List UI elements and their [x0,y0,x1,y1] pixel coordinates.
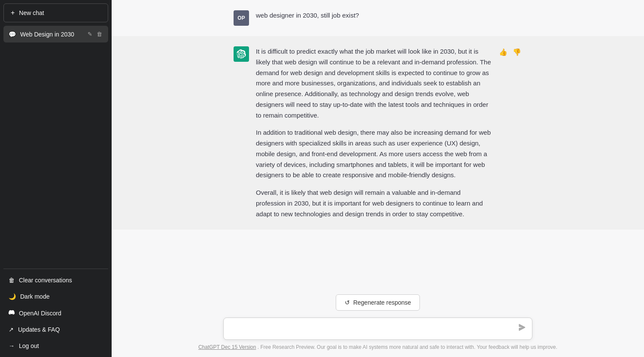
logout-icon: → [9,342,15,349]
user-message-text: web designer in 2030, still job exist? [256,10,522,21]
main-content: OP web designer in 2030, still job exist… [112,0,644,357]
chat-item-label: Web Design in 2030 [20,31,82,38]
plus-icon: + [11,9,15,17]
footer-note: ChatGPT Dec 15 Version . Free Research P… [198,344,557,354]
send-icon [519,324,526,333]
thumbs-up-button[interactable]: 👍 [498,47,508,57]
logout-button[interactable]: → Log out [3,338,108,354]
discord-button[interactable]: OpenAI Discord [3,305,108,321]
edit-icon: ✎ [88,31,92,37]
trash-icon: 🗑 [97,31,102,37]
assistant-message-inner: It is difficult to predict exactly what … [223,46,532,219]
user-message-inner: OP web designer in 2030, still job exist… [223,10,532,26]
clear-conversations-label: Clear conversations [19,277,72,284]
assistant-paragraph-1: It is difficult to predict exactly what … [256,46,491,121]
user-message: OP web designer in 2030, still job exist… [112,0,644,36]
assistant-paragraph-2: In addition to traditional web design, t… [256,127,491,181]
chat-item[interactable]: 💬 Web Design in 2030 ✎ 🗑 [3,26,108,42]
updates-faq-label: Updates & FAQ [18,326,60,333]
clear-conversations-button[interactable]: 🗑 Clear conversations [3,272,108,288]
avatar-label: OP [237,15,245,21]
dark-mode-button[interactable]: 🌙 Dark mode [3,289,108,304]
edit-button[interactable]: ✎ [87,30,93,38]
discord-label: OpenAI Discord [19,310,61,317]
regenerate-icon: ↺ [345,299,350,306]
moon-icon: 🌙 [9,293,16,300]
logout-label: Log out [19,342,39,349]
regenerate-button[interactable]: ↺ Regenerate response [336,294,420,311]
chat-item-icon: 💬 [9,31,16,38]
input-box-wrapper [223,318,532,340]
chat-list: 💬 Web Design in 2030 ✎ 🗑 [3,26,108,265]
version-link[interactable]: ChatGPT Dec 15 Version [198,344,256,350]
dark-mode-label: Dark mode [20,293,49,300]
new-chat-label: New chat [19,9,44,16]
assistant-paragraph-3: Overall, it is likely that web design wi… [256,188,491,219]
assistant-message-content: It is difficult to predict exactly what … [256,46,491,219]
assistant-message: It is difficult to predict exactly what … [112,36,644,230]
send-button[interactable] [517,322,527,335]
input-area: ↺ Regenerate response ChatGPT Dec 15 Ver… [112,287,644,357]
thumbs-down-icon: 👎 [513,48,521,56]
message-actions: 👍 👎 [498,46,522,57]
regenerate-label: Regenerate response [353,299,411,306]
assistant-avatar [234,46,249,62]
user-avatar: OP [234,10,249,26]
external-link-icon: ↗ [9,326,14,333]
sidebar: + New chat 💬 Web Design in 2030 ✎ 🗑 🗑 Cl… [0,0,112,357]
new-chat-button[interactable]: + New chat [3,3,108,22]
updates-faq-button[interactable]: ↗ Updates & FAQ [3,322,108,337]
thumbs-up-icon: 👍 [499,48,507,56]
trash-icon: 🗑 [9,277,15,284]
discord-icon [9,309,15,317]
thumbs-down-button[interactable]: 👎 [512,47,522,57]
chat-item-actions: ✎ 🗑 [87,30,103,38]
sidebar-divider [3,269,108,269]
chat-input[interactable] [223,318,532,340]
sidebar-bottom: 🗑 Clear conversations 🌙 Dark mode OpenAI… [3,272,108,354]
chat-area: OP web designer in 2030, still job exist… [112,0,644,287]
footer-text: . Free Research Preview. Our goal is to … [258,344,557,350]
delete-button[interactable]: 🗑 [96,30,103,38]
user-message-content: web designer in 2030, still job exist? [256,10,522,21]
